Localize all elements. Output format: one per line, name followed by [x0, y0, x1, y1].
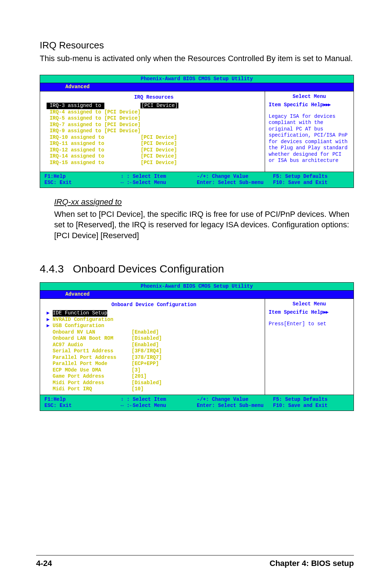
submenu-item: ▶ IDE Function Setup [47, 310, 261, 317]
bios-screenshot-irq: Phoenix-Award BIOS CMOS Setup Utility Ad… [40, 75, 354, 188]
section-intro: This sub-menu is activated only when the… [40, 53, 354, 64]
bios-header: Phoenix-Award BIOS CMOS Setup Utility [40, 75, 354, 83]
bios-footer: F1:Help ↕ : Select Item -/+: Change Valu… [40, 172, 354, 188]
irq-row: IRQ-14 assigned to [PCI Device] [47, 153, 261, 160]
bios-screenshot-onboard: Phoenix-Award BIOS CMOS Setup Utility Ad… [40, 282, 354, 411]
footer-rule [36, 555, 354, 555]
config-row: Midi Port IRQ [10] [47, 386, 261, 392]
section-heading: 4.4.3 Onboard Devices Configuration [40, 263, 354, 275]
config-row: ECP MOde Use DMA [3] [47, 367, 261, 374]
param-description: When set to [PCI Device], the specific I… [54, 209, 354, 241]
param-title: IRQ-xx assigned to [54, 197, 354, 207]
config-row: Parallel Port Mode [ECP+EPP] [47, 361, 261, 367]
irq-row: IRQ-7 assigned to [PCI Device] [47, 122, 261, 128]
bios-right-title: Select Menu [269, 301, 350, 310]
help-heading: Item Specific Help▶▶ [269, 309, 350, 316]
irq-row: IRQ-15 assigned to [PCI Device] [47, 160, 261, 166]
chapter-label: Chapter 4: BIOS setup [270, 559, 354, 568]
irq-row: IRQ-3 assigned to [PCI Device] [47, 103, 261, 109]
bios-tab-bar: Advanced [40, 83, 354, 91]
bios-footer: F1:Help ↕ : Select Item -/+: Change Valu… [40, 395, 354, 411]
help-heading: Item Specific Help▶▶▶ [269, 102, 350, 108]
bios-tab-bar: Advanced [40, 291, 354, 299]
section-title: IRQ Resources [40, 40, 354, 51]
bios-panel-title: Onboard Device Configuration [47, 301, 261, 310]
bios-right-title: Select Menu [269, 94, 350, 102]
bios-panel-title: IRQ Resources [47, 94, 261, 103]
help-text: Press[Enter] to set [269, 321, 350, 327]
irq-row: IRQ-11 assigned to [PCI Device] [47, 141, 261, 147]
config-row: Midi Port Address [Disabled] [47, 380, 261, 386]
bios-header: Phoenix-Award BIOS CMOS Setup Utility [40, 283, 354, 291]
config-row: Parallel Port Address [378/IRQ7] [47, 355, 261, 361]
config-row: Onboard NV LAN [Enabled] [47, 329, 261, 336]
irq-row: IRQ-9 assigned to [PCI Device] [47, 128, 261, 134]
page-number: 4-24 [36, 559, 52, 568]
irq-row: IRQ-12 assigned to [PCI Device] [47, 147, 261, 154]
config-row: AC97 Audio [Enabled] [47, 342, 261, 348]
config-row: Game Port Address [201] [47, 373, 261, 380]
config-row: Serial Port1 Address [3F8/IRQ4] [47, 348, 261, 355]
config-row: Onboard LAN Boot ROM [Disabled] [47, 335, 261, 342]
irq-row: IRQ-4 assigned to [PCI Device] [47, 109, 261, 116]
submenu-item: ▶ NVRAID Configuration [47, 317, 261, 323]
irq-row: IRQ-5 assigned to [PCI Device] [47, 115, 261, 122]
help-text: Legacy ISA for devices compliant with th… [269, 113, 350, 164]
irq-row: IRQ-10 assigned to [PCI Device] [47, 134, 261, 141]
submenu-item: ▶ USB Configuration [47, 323, 261, 329]
